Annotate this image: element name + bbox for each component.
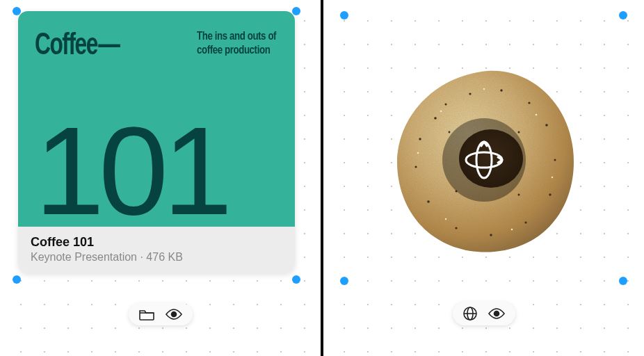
rotate-3d-icon bbox=[459, 135, 509, 185]
svg-point-14 bbox=[414, 166, 417, 168]
svg-point-24 bbox=[510, 229, 513, 231]
svg-point-31 bbox=[494, 312, 499, 316]
eye-icon[interactable] bbox=[165, 307, 183, 321]
folder-icon[interactable] bbox=[138, 307, 155, 321]
svg-point-17 bbox=[517, 131, 520, 134]
svg-point-11 bbox=[490, 234, 492, 236]
svg-point-7 bbox=[545, 124, 548, 127]
svg-point-15 bbox=[419, 138, 421, 140]
selection-handle[interactable] bbox=[292, 275, 300, 284]
svg-point-12 bbox=[455, 227, 457, 229]
rotate-3d-overlay[interactable] bbox=[442, 118, 526, 202]
slide-thumbnail: Coffee — The ins and outs of coffee prod… bbox=[18, 11, 295, 227]
svg-point-25 bbox=[444, 218, 446, 220]
svg-point-9 bbox=[549, 194, 551, 196]
file-meta: Keynote Presentation · 476 KB bbox=[31, 251, 282, 264]
svg-point-8 bbox=[554, 159, 556, 161]
selection-handle[interactable] bbox=[619, 277, 627, 285]
svg-point-22 bbox=[535, 114, 537, 116]
selection-handle[interactable] bbox=[619, 11, 627, 19]
selection-handle[interactable] bbox=[13, 275, 21, 284]
slide-tagline: The ins and outs of coffee production bbox=[197, 29, 278, 58]
svg-point-20 bbox=[440, 111, 442, 113]
svg-point-5 bbox=[500, 90, 502, 92]
svg-point-10 bbox=[524, 222, 526, 224]
file-preview-card[interactable]: Coffee — The ins and outs of coffee prod… bbox=[18, 11, 295, 273]
svg-point-18 bbox=[517, 194, 520, 196]
svg-point-26 bbox=[417, 152, 419, 154]
selection-handle[interactable] bbox=[292, 7, 300, 15]
eye-icon[interactable] bbox=[488, 307, 506, 321]
selection-handle[interactable] bbox=[13, 7, 21, 15]
right-canvas[interactable] bbox=[322, 0, 644, 356]
svg-point-2 bbox=[434, 118, 437, 120]
svg-point-28 bbox=[476, 142, 492, 178]
svg-point-4 bbox=[469, 93, 471, 95]
globe-icon[interactable] bbox=[462, 306, 478, 321]
svg-point-16 bbox=[448, 131, 450, 134]
selection-handle[interactable] bbox=[340, 11, 348, 19]
selection-handle[interactable] bbox=[340, 277, 348, 285]
svg-point-23 bbox=[551, 177, 552, 178]
svg-point-13 bbox=[427, 201, 430, 204]
svg-point-21 bbox=[483, 88, 484, 90]
svg-point-3 bbox=[444, 104, 446, 106]
svg-point-6 bbox=[528, 102, 530, 104]
bagel-3d-object[interactable] bbox=[380, 56, 588, 264]
slide-number: 101 bbox=[35, 108, 227, 234]
toolbar-pill bbox=[453, 302, 515, 325]
left-canvas[interactable]: Coffee — The ins and outs of coffee prod… bbox=[0, 0, 322, 356]
slide-title: Coffee — bbox=[35, 26, 120, 61]
toolbar-pill bbox=[129, 303, 193, 325]
svg-point-27 bbox=[466, 152, 502, 168]
svg-point-0 bbox=[171, 312, 176, 317]
